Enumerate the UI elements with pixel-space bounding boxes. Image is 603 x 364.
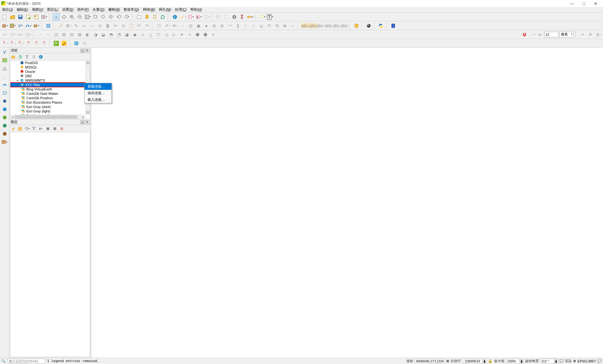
geom-tool3-icon[interactable]: ⊡ — [53, 31, 60, 38]
pan-to-selection-icon[interactable] — [61, 14, 68, 20]
new-layout-icon[interactable] — [25, 14, 32, 20]
measure-icon[interactable] — [247, 14, 253, 20]
magnifier-spinner[interactable]: ▴▾ — [520, 359, 524, 363]
add-ows-icon[interactable] — [1, 131, 8, 137]
node-tool-icon[interactable]: ⊙ — [96, 22, 103, 29]
rotation-input[interactable] — [541, 359, 554, 364]
scale-spinner[interactable]: ▴▾ — [483, 359, 486, 363]
geom-tool1-icon[interactable]: ⟋ — [37, 31, 44, 38]
zoom-next-icon[interactable] — [123, 14, 130, 20]
db-manager-icon[interactable] — [353, 22, 360, 29]
geom-tool9-icon[interactable]: ◒ — [100, 31, 107, 38]
add-virtual-icon[interactable] — [1, 90, 8, 96]
zoom-full-icon[interactable] — [92, 14, 99, 20]
geom-tool23-icon[interactable]: ◊ — [210, 31, 217, 38]
quickosm-edit-icon[interactable] — [61, 40, 68, 47]
coord-input[interactable] — [415, 359, 445, 364]
add-postgis-icon[interactable] — [1, 98, 8, 104]
zoom-out-icon[interactable] — [76, 14, 83, 20]
geom-tool22-icon[interactable]: ⬣ — [202, 31, 209, 38]
menu-settings[interactable]: 设置(S) — [62, 7, 74, 12]
refresh-icon[interactable] — [159, 14, 166, 20]
add-rect-icon[interactable]: ▭ — [17, 31, 24, 38]
layers-add-group-icon[interactable] — [18, 126, 23, 131]
merge-features-icon[interactable]: ⊔ — [258, 22, 265, 29]
geom-tool11-icon[interactable]: ◔ — [116, 31, 122, 38]
cut-features-icon[interactable]: ✂ — [112, 22, 119, 29]
field-calc-icon[interactable] — [223, 14, 230, 20]
select-by-value-icon[interactable]: ε — [195, 14, 202, 20]
add-circle-icon[interactable]: ○ — [1, 31, 8, 38]
snap-trace-icon[interactable]: ⊻ — [595, 31, 602, 38]
metasearch-icon[interactable] — [365, 22, 372, 29]
menu-raster[interactable]: 栅格(R) — [108, 7, 120, 12]
save-project-icon[interactable] — [17, 14, 24, 20]
offset-point-icon[interactable]: ⊕ — [281, 22, 288, 29]
tree-item-xyz-tiles[interactable]: ▾XYZ Tiles — [10, 83, 90, 87]
add-part-icon[interactable]: ◉ — [195, 22, 202, 29]
open-project-icon[interactable] — [9, 14, 16, 20]
add-polygon2-icon[interactable]: ⬠ — [25, 31, 32, 38]
text-annotation-icon[interactable]: T — [267, 14, 274, 20]
extents-icon[interactable]: ⊞ — [446, 359, 449, 363]
snap-type-icon[interactable]: ⟋ — [529, 31, 536, 38]
current-edits-icon[interactable] — [45, 22, 52, 29]
geom-tool6-icon[interactable]: ⊠ — [76, 31, 83, 38]
menu-plugins[interactable]: 插件(P) — [77, 7, 89, 12]
label-pin-icon[interactable]: abc — [309, 22, 316, 29]
pin-tool4-icon[interactable]: 📍 — [25, 40, 32, 47]
layers-collapse-icon[interactable]: ⊟ — [52, 126, 57, 131]
zoom-to-selection-icon[interactable] — [100, 14, 107, 20]
layers-style-icon[interactable] — [11, 126, 16, 131]
delete-part-icon[interactable]: ⊘ — [219, 22, 225, 29]
geom-tool19-icon[interactable]: ✦ — [178, 31, 185, 38]
cm-save-connections[interactable]: 保存连接… — [84, 90, 111, 96]
tree-item-mssql[interactable]: MSSQL — [10, 65, 90, 69]
geom-tool16-icon[interactable]: ▽ — [155, 31, 162, 38]
menu-mesh[interactable]: 网孔(M) — [159, 7, 171, 12]
python-console-icon[interactable] — [378, 22, 384, 29]
browser-properties-icon[interactable]: i — [38, 54, 43, 59]
split-parts-icon[interactable]: ⑃ — [250, 22, 257, 29]
tree-item-esri-boundaries-places[interactable]: Esri Boundaries Places — [10, 100, 90, 105]
add-mesh-icon[interactable] — [1, 65, 8, 72]
reshape-icon[interactable]: 〰 — [226, 22, 233, 29]
menu-processing[interactable]: 处理(C) — [175, 7, 187, 12]
hcmgis-web-icon[interactable] — [73, 40, 80, 47]
snap-tolerance-input[interactable] — [545, 32, 558, 37]
snap-units-combo[interactable]: 像素 — [559, 32, 574, 37]
add-wfs-icon[interactable] — [1, 122, 8, 129]
browser-hscroll[interactable]: ◂▸ — [10, 115, 85, 119]
new-project-icon[interactable] — [1, 14, 8, 20]
magnifier-input[interactable] — [506, 359, 520, 364]
menu-help[interactable]: 帮助(H) — [190, 7, 202, 12]
add-wcs-icon[interactable] — [1, 114, 8, 121]
merge-attrs-icon[interactable]: ⊓ — [266, 22, 273, 29]
pin-line-icon[interactable]: 📍 — [17, 40, 24, 47]
tree-item-bing-virtualearth[interactable]: Bing VirtualEarth — [10, 87, 90, 91]
rotate-feature-icon[interactable]: ⟳ — [171, 22, 178, 29]
geom-tool2-icon[interactable]: ⟍ — [45, 31, 52, 38]
add-wms-icon[interactable] — [1, 106, 8, 112]
offset-curve-icon[interactable]: ∥ — [234, 22, 241, 29]
pin-centroid-icon[interactable]: 📍 — [9, 40, 16, 47]
snap-intersect-icon[interactable]: ✕ — [587, 31, 594, 38]
geom-tool7-icon[interactable]: ◐ — [84, 31, 91, 38]
geom-tool13-icon[interactable]: ◆ — [131, 31, 138, 38]
tree-item-cartodb-positron[interactable]: CartoDb Positron — [10, 96, 90, 100]
tree-item-cartodb-dark-matter[interactable]: CartoDb Dark Matter — [10, 91, 90, 96]
menu-vector[interactable]: 矢量(O) — [93, 7, 105, 12]
layers-undock-button[interactable]: ◫ — [80, 120, 84, 124]
new-map-view-icon[interactable] — [136, 14, 143, 20]
add-raster-icon[interactable] — [1, 57, 8, 63]
geom-tool4-icon[interactable]: ⊞ — [61, 31, 68, 38]
select-features-icon[interactable] — [187, 14, 194, 20]
menu-view[interactable]: 视图(V) — [32, 7, 44, 12]
render-checkbox[interactable]: ✓ — [560, 359, 563, 363]
layers-tree[interactable] — [10, 132, 90, 357]
tree-item-esri-gray-light-[interactable]: Esri Gray (light) — [10, 109, 90, 113]
pin-tool5-icon[interactable]: 📍 — [33, 40, 40, 47]
lock-icon[interactable]: 🔒 — [488, 359, 492, 363]
delete-ring-icon[interactable]: ⊖ — [211, 22, 218, 29]
geom-tool14-icon[interactable]: ◇ — [139, 31, 146, 38]
